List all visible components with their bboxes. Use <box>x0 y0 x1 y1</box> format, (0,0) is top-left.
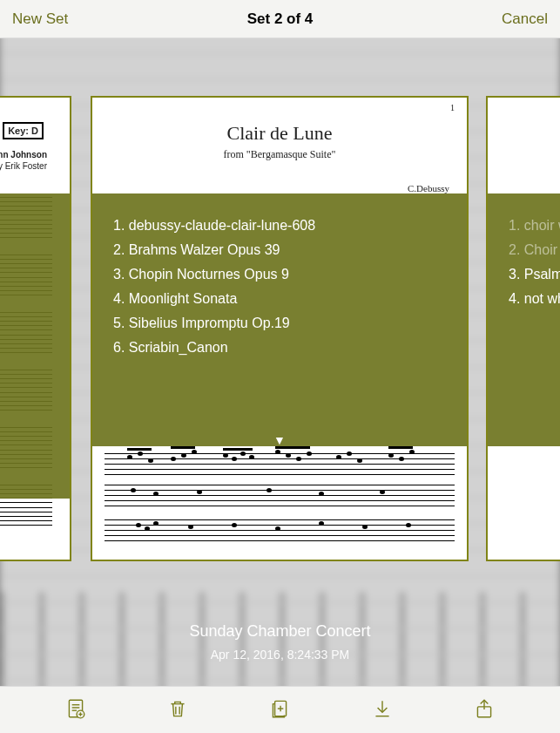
track-item[interactable]: 3. Psalm <box>509 267 560 282</box>
set-name: Sunday Chamber Concert <box>0 622 560 641</box>
set-card-current[interactable]: 1 Clair de Lune from "Bergamasque Suite"… <box>92 98 467 560</box>
track-item[interactable]: 5. Sibelius Impromptu Op.19 <box>113 316 446 331</box>
piece-subtitle: from "Bergamasque Suite" <box>117 148 442 161</box>
sheet-header <box>488 98 560 193</box>
track-item[interactable]: 1. debussy-claude-clair-lune-608 <box>113 218 446 234</box>
track-item[interactable]: 2. Brahms Walzer Opus 39 <box>113 242 446 258</box>
trash-icon[interactable] <box>166 697 189 723</box>
download-icon[interactable] <box>371 697 394 723</box>
set-card-next[interactable]: 1. choir w 2. Choir 3. Psalm 4. not wh <box>488 98 560 560</box>
set-card-prev[interactable]: Key: D Jenn Johnson Arr. by Erik Foster … <box>0 98 70 560</box>
new-set-button[interactable]: New Set <box>12 10 68 28</box>
set-meta: Sunday Chamber Concert Apr 12, 2016, 8:2… <box>0 622 560 662</box>
copy-add-icon[interactable] <box>268 697 291 723</box>
expand-triangle-icon[interactable]: ▼ <box>273 433 286 447</box>
page-number: 1 <box>450 103 455 112</box>
navbar: New Set Set 2 of 4 Cancel <box>0 0 560 38</box>
track-overlay <box>0 193 70 499</box>
track-item[interactable]: 6. Scriabin_Canon <box>113 340 446 356</box>
score-preview <box>92 446 467 560</box>
sheet-header: 1 Clair de Lune from "Bergamasque Suite"… <box>92 98 467 193</box>
sheet-header: Key: D Jenn Johnson Arr. by Erik Foster <box>0 98 70 193</box>
track-list-overlay: 1. choir w 2. Choir 3. Psalm 4. not wh <box>488 193 560 446</box>
author: Jenn Johnson <box>0 150 47 159</box>
track-item[interactable]: 3. Chopin Nocturnes Opus 9 <box>113 267 446 282</box>
cancel-button[interactable]: Cancel <box>502 10 548 28</box>
track-item[interactable]: 1. choir w <box>509 218 560 234</box>
share-icon[interactable] <box>473 697 496 723</box>
piece-title: Clair de Lune <box>117 122 442 145</box>
nav-title: Set 2 of 4 <box>0 10 560 28</box>
doc-add-icon[interactable] <box>64 697 87 723</box>
track-item[interactable]: 4. Moonlight Sonata <box>113 291 446 307</box>
set-carousel[interactable]: Key: D Jenn Johnson Arr. by Erik Foster … <box>0 38 560 686</box>
arranger: Arr. by Erik Foster <box>0 161 47 171</box>
toolbar <box>0 686 560 733</box>
track-item[interactable]: 4. not wh <box>509 291 560 307</box>
set-timestamp: Apr 12, 2016, 8:24:33 PM <box>0 648 560 662</box>
key-badge: Key: D <box>3 122 44 139</box>
track-list-overlay: 1. debussy-claude-clair-lune-608 2. Brah… <box>92 193 467 446</box>
composer: C.Debussy <box>408 183 449 193</box>
track-item[interactable]: 2. Choir <box>509 242 560 258</box>
